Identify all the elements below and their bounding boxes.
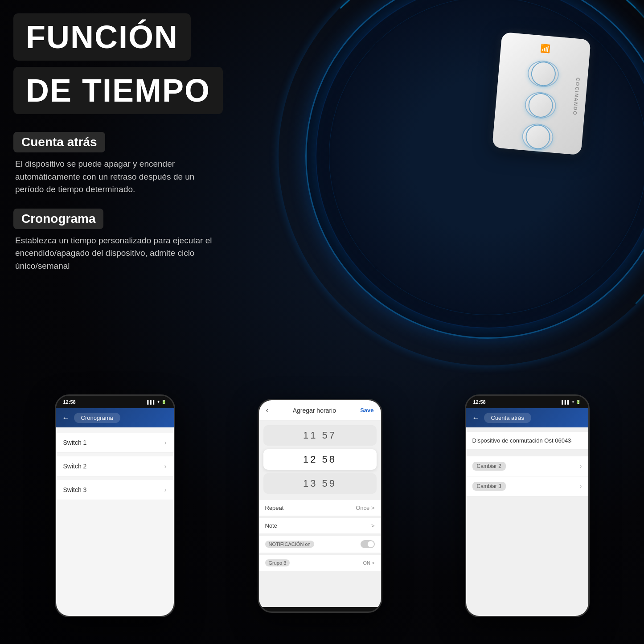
phone2-group-row: Grupo 3 ON > <box>259 555 381 571</box>
phones-area: 12:58 ▌▌▌ ✦ 🔋 ← Cronograma Switch 1 › Sw… <box>0 394 644 617</box>
phone1-switch1-label: Switch 1 <box>63 439 87 446</box>
phone3-cambiar3-row[interactable]: Cambiar 3 › <box>466 476 588 496</box>
device-container: 📶 COCINANDO <box>492 32 591 155</box>
title-funcion-text: FUNCIÓN <box>26 19 178 55</box>
wifi-icon: 📶 <box>540 43 551 54</box>
phone1-content: Switch 1 › Switch 2 › Switch 3 › <box>56 427 174 616</box>
phone-1: 12:58 ▌▌▌ ✦ 🔋 ← Cronograma Switch 1 › Sw… <box>55 394 175 617</box>
time-picker-area: 11 57 12 58 13 59 <box>259 421 381 498</box>
phone1-status-icons: ▌▌▌ ✦ 🔋 <box>147 400 166 404</box>
phone3-header: ← Cuenta atrás <box>466 408 588 427</box>
phone2-notif-label: NOTIFICACIÓN <box>269 541 304 547</box>
switch-button-inner-3 <box>525 123 551 150</box>
phone1-switch3-arrow: › <box>164 486 167 493</box>
section-cuenta-title: Cuenta atrás <box>21 135 97 149</box>
phone2-toggle[interactable] <box>361 540 375 548</box>
phone2-notif-badge: NOTIFICACIÓN on <box>265 541 314 548</box>
phone-3: 12:58 ▌▌▌ ✦ 🔋 ← Cuenta atrás Dispositivo… <box>465 394 590 617</box>
phone3-back-arrow[interactable]: ← <box>472 414 480 422</box>
phone3-content: Dispositivo de conmutación Ost 06043· Ca… <box>466 427 588 616</box>
phone2-notif-row: NOTIFICACIÓN on <box>259 536 381 553</box>
phone3-cambiar2-arrow: › <box>580 463 582 470</box>
title-funcion-block: FUNCIÓN <box>13 13 191 61</box>
phone3-cambiar3-arrow: › <box>580 483 582 490</box>
section-cuenta-desc: El dispositivo se puede apagar y encende… <box>13 158 218 196</box>
text-area: FUNCIÓN DE TIEMPO Cuenta atrás El dispos… <box>13 13 223 285</box>
phone1-header-title: Cronograma <box>74 413 120 423</box>
title-tiempo-text: DE TIEMPO <box>26 73 210 108</box>
section-label-cuenta: Cuenta atrás <box>13 132 105 152</box>
phone1-switch3-row[interactable]: Switch 3 › <box>56 480 174 500</box>
phone3-status-icons: ▌▌▌ ✦ 🔋 <box>562 400 581 404</box>
switch-button-1 <box>526 59 560 88</box>
phone2-notif-value: on <box>305 541 310 547</box>
phone2-header-title: Agregar horario <box>293 407 336 414</box>
phone1-switch1-row[interactable]: Switch 1 › <box>56 433 174 453</box>
phone1-switch2-row[interactable]: Switch 2 › <box>56 456 174 476</box>
phone3-device-name: Dispositivo de conmutación Ost 06043· <box>466 432 588 450</box>
device-side-label: COCINANDO <box>572 78 581 116</box>
phone2-note-label: Note <box>265 522 277 529</box>
phone1-header: ← Cronograma <box>56 408 174 427</box>
phone3-cambiar2-row[interactable]: Cambiar 2 › <box>466 456 588 476</box>
smart-switch: 📶 COCINANDO <box>492 32 591 155</box>
phone3-notch: 12:58 ▌▌▌ ✦ 🔋 <box>466 396 588 408</box>
phone2-save-button[interactable]: Save <box>360 407 373 414</box>
time-row-3[interactable]: 13 59 <box>263 473 377 494</box>
phone2-back-arrow[interactable]: ‹ <box>266 406 269 415</box>
phone2-group-label: Grupo 3 <box>265 559 290 566</box>
phone3-time: 12:58 <box>473 399 486 405</box>
phone2-repeat-label: Repeat <box>265 505 284 511</box>
phone2-note-arrow: > <box>371 522 375 529</box>
switch-button-3 <box>521 123 554 152</box>
section-crono-title: Cronograma <box>21 212 95 226</box>
section-crono-desc: Establezca un tiempo personalizado para … <box>13 234 218 273</box>
switch-button-inner-2 <box>527 92 554 119</box>
phone2-header: ‹ Agregar horario Save <box>259 400 381 421</box>
switch-button-inner-1 <box>530 61 557 87</box>
phone2-repeat-value: Once > <box>356 505 374 511</box>
phone3-cambiar2-label: Cambiar 2 <box>472 462 506 471</box>
phone1-switch2-label: Switch 2 <box>63 463 87 470</box>
phone2-group-value: ON > <box>363 560 375 566</box>
phone1-back-arrow[interactable]: ← <box>62 414 70 422</box>
phone-2: ‹ Agregar horario Save 11 57 12 58 13 59… <box>258 399 382 613</box>
phone1-switch1-arrow: › <box>164 439 167 446</box>
phone2-repeat-row[interactable]: Repeat Once > <box>259 500 381 516</box>
title-tiempo-block: DE TIEMPO <box>13 67 223 114</box>
phone2-note-row[interactable]: Note > <box>259 518 381 534</box>
time-row-2[interactable]: 12 58 <box>263 449 377 470</box>
phone2-content: 11 57 12 58 13 59 Repeat Once > Note > N… <box>259 421 381 607</box>
time-row-1[interactable]: 11 57 <box>263 425 377 446</box>
phone3-header-title: Cuenta atrás <box>484 413 531 423</box>
phone1-switch2-arrow: › <box>164 463 167 470</box>
phone1-time: 12:58 <box>63 399 76 405</box>
switch-button-2 <box>524 91 557 120</box>
phone1-notch: 12:58 ▌▌▌ ✦ 🔋 <box>56 396 174 408</box>
section-label-crono: Cronograma <box>13 209 103 229</box>
phone1-switch3-label: Switch 3 <box>63 486 87 493</box>
phone3-cambiar3-label: Cambiar 3 <box>472 482 506 491</box>
